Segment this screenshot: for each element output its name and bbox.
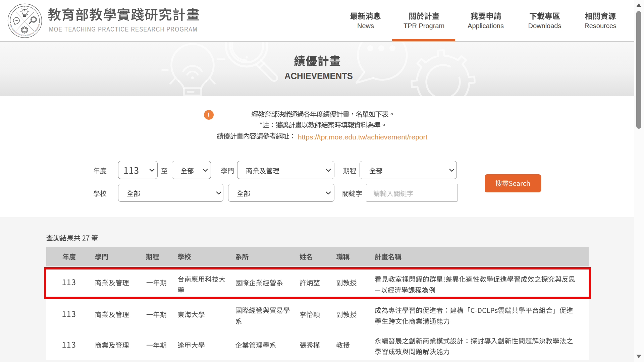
svg-text:ACHIEVEMENTS: ACHIEVEMENTS: [284, 71, 353, 81]
